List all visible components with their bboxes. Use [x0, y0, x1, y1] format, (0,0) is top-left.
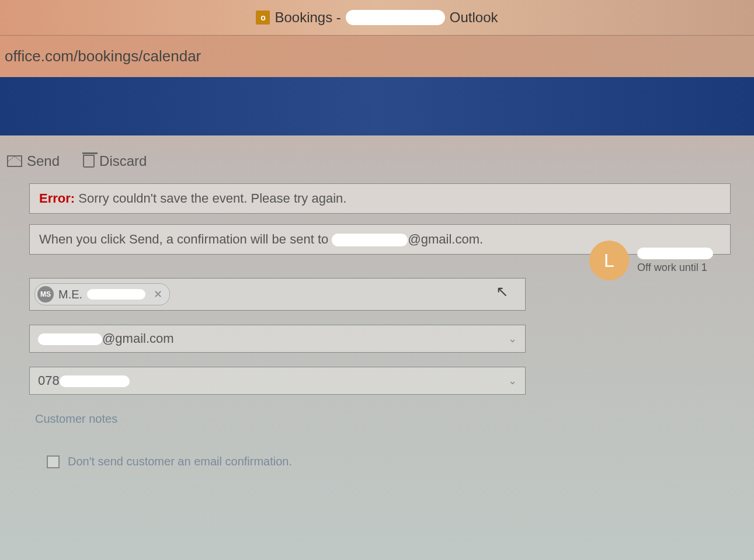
trash-icon: [83, 155, 95, 168]
send-button[interactable]: Send: [7, 153, 60, 169]
customer-email-row: @gmail.com ⌄: [29, 325, 731, 353]
discard-label: Discard: [99, 153, 147, 169]
window-title-suffix: Outlook: [450, 9, 498, 26]
customer-chip[interactable]: MS M.E. ✕: [34, 283, 170, 305]
dont-send-confirmation-row[interactable]: Don't send customer an email confirmatio…: [47, 455, 754, 468]
redacted-email-local: [38, 333, 102, 345]
staff-status: Off work until 1: [637, 262, 713, 274]
browser-title-bar: o Bookings - Outlook: [0, 0, 754, 35]
customer-phone-input[interactable]: 078 ⌄: [29, 367, 526, 395]
url-text: office.com/bookings/calendar: [5, 47, 201, 65]
dont-send-checkbox[interactable]: [47, 455, 60, 468]
phone-prefix: 078: [38, 373, 60, 388]
outlook-app-icon: o: [256, 11, 270, 25]
redacted-staff-name: [637, 248, 713, 259]
cursor-arrow-icon: ↖: [496, 283, 509, 301]
redacted-phone: [60, 375, 130, 387]
customer-name-input[interactable]: MS M.E. ✕: [29, 278, 526, 311]
staff-info: Off work until 1: [637, 248, 713, 274]
info-suffix: @gmail.com.: [408, 232, 483, 246]
window-title-prefix: Bookings -: [275, 9, 340, 26]
dont-send-label: Don't send customer an email confirmatio…: [68, 455, 292, 468]
chevron-down-icon[interactable]: ⌄: [508, 332, 517, 345]
chevron-down-icon[interactable]: ⌄: [508, 374, 517, 387]
envelope-icon: [7, 155, 22, 167]
email-domain: @gmail.com: [102, 331, 174, 346]
redacted-title-segment: [346, 10, 445, 25]
staff-panel: L Off work until 1: [585, 236, 754, 285]
customer-email-input[interactable]: @gmail.com ⌄: [29, 325, 526, 353]
booking-form-area: Send Discard Error: Sorry couldn't save …: [0, 135, 754, 560]
chip-name: M.E.: [58, 288, 82, 301]
chip-avatar: MS: [37, 286, 54, 302]
remove-chip-icon[interactable]: ✕: [154, 288, 162, 301]
error-message: Sorry couldn't save the event. Please tr…: [78, 191, 346, 206]
info-prefix: When you click Send, a confirmation will…: [39, 232, 328, 246]
redacted-chip-name: [87, 289, 145, 300]
discard-button[interactable]: Discard: [83, 153, 147, 169]
error-label: Error:: [39, 191, 75, 206]
customer-notes-field[interactable]: Customer notes: [35, 412, 754, 426]
staff-avatar[interactable]: L: [589, 241, 629, 280]
error-banner: Error: Sorry couldn't save the event. Pl…: [29, 183, 731, 214]
app-ribbon: [0, 77, 754, 135]
send-label: Send: [27, 153, 60, 169]
form-toolbar: Send Discard: [0, 153, 754, 183]
customer-phone-row: 078 ⌄: [29, 367, 731, 395]
redacted-email-user: [332, 234, 408, 246]
browser-address-bar[interactable]: office.com/bookings/calendar: [0, 35, 754, 77]
